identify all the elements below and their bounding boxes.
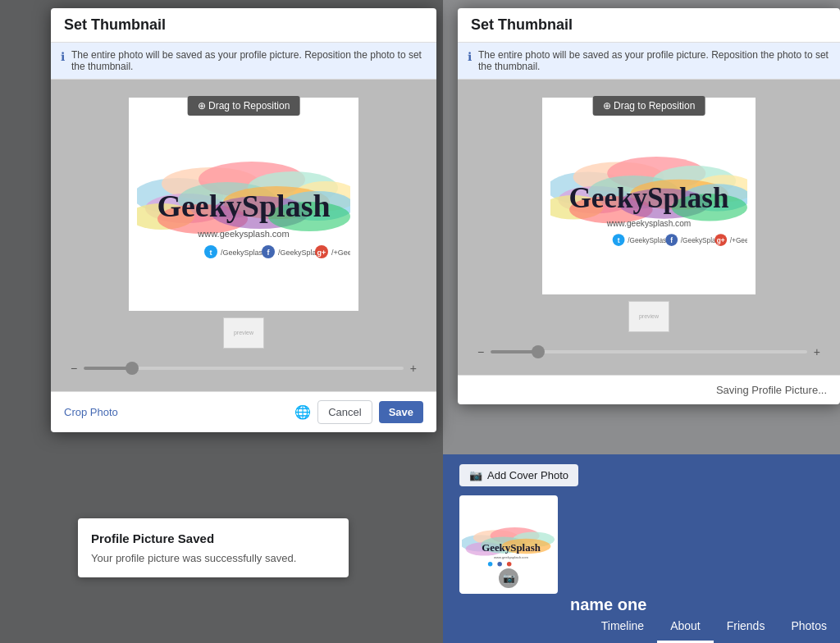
modal-title-right: Set Thumbnail <box>458 8 840 43</box>
info-bar-right: ℹ The entire photo will be saved as your… <box>458 43 840 80</box>
profile-section: 📷 Add Cover Photo GeekySplash www.geekys… <box>443 454 840 643</box>
info-bar-left: ℹ The entire photo will be saved as your… <box>51 43 436 80</box>
profile-pic-camera-icon[interactable]: 📷 <box>499 568 518 588</box>
success-title: Profile Picture Saved <box>91 531 336 545</box>
svg-text:t: t <box>618 236 620 244</box>
svg-text:GeekySplash: GeekySplash <box>569 182 729 214</box>
modal-body-left: ⊕ Drag to Reposition <box>51 80 436 391</box>
modal-body-right: ⊕ Drag to Reposition Geeky <box>458 80 840 375</box>
zoom-slider-left[interactable] <box>84 367 404 370</box>
svg-text:g+: g+ <box>717 236 725 244</box>
tab-photos[interactable]: Photos <box>778 611 840 643</box>
cancel-button[interactable]: Cancel <box>317 400 372 424</box>
slider-plus-right: + <box>814 345 820 358</box>
profile-picture-box: GeekySplash www.geekysplash.com 📷 <box>459 495 558 594</box>
svg-text:/+Geekysplash: /+Geekysplash <box>730 236 747 244</box>
image-container-left: GeekySplash www.geekysplash.com t /Geeky… <box>129 98 358 311</box>
add-cover-photo-button[interactable]: 📷 Add Cover Photo <box>459 464 578 486</box>
image-container-right: GeekySplash www.geekysplash.com t /Geeky… <box>542 98 756 294</box>
profile-tabs: Timeline About Friends Photos <box>588 611 840 643</box>
camera-icon: 📷 <box>469 469 482 481</box>
slider-plus-left: + <box>410 362 417 375</box>
info-text-right: The entire photo will be saved as your p… <box>478 49 830 72</box>
modal-footer-left: Crop Photo 🌐 Cancel Save <box>51 391 436 432</box>
tab-timeline[interactable]: Timeline <box>588 611 657 643</box>
drag-to-reposition-button-left[interactable]: ⊕ Drag to Reposition <box>188 96 300 116</box>
logo-url-svg: www.geekysplash.com <box>197 229 289 239</box>
svg-text:/GeekySplash: /GeekySplash <box>221 249 267 257</box>
svg-text:/+Geekysplash: /+Geekysplash <box>331 249 350 257</box>
info-icon-right: ℹ <box>468 50 472 63</box>
svg-point-60 <box>497 562 502 567</box>
success-notification: Profile Picture Saved Your profile pictu… <box>78 518 349 577</box>
info-icon-left: ℹ <box>61 50 65 63</box>
svg-text:GeekySplash: GeekySplash <box>482 541 541 554</box>
svg-text:preview: preview <box>234 330 254 336</box>
thumbnail-preview-right: preview <box>628 301 669 332</box>
svg-text:www.geekysplash.com: www.geekysplash.com <box>606 219 692 228</box>
info-text-left: The entire photo will be saved as your p… <box>71 49 427 72</box>
svg-text:g+: g+ <box>317 249 326 257</box>
drag-to-reposition-button-right[interactable]: ⊕ Drag to Reposition <box>593 96 705 116</box>
zoom-slider-right[interactable] <box>491 350 807 353</box>
slider-container-right: − + <box>468 339 830 365</box>
saving-status: Saving Profile Picture... <box>458 375 840 404</box>
svg-text:f: f <box>670 236 673 244</box>
logo-image-left: GeekySplash www.geekysplash.com t /Geeky… <box>137 130 350 278</box>
svg-text:t: t <box>210 249 212 257</box>
slider-container-left: − + <box>61 355 427 381</box>
success-message: Your profile picture was successfully sa… <box>91 552 336 564</box>
slider-minus-right: − <box>477 345 484 358</box>
tab-friends[interactable]: Friends <box>714 611 778 643</box>
save-button[interactable]: Save <box>379 401 423 423</box>
globe-icon: 🌐 <box>294 404 311 420</box>
tab-about[interactable]: About <box>657 611 714 643</box>
logo-image-right: GeekySplash www.geekysplash.com t /Geeky… <box>550 126 747 266</box>
svg-text:www.geekysplash.com: www.geekysplash.com <box>494 555 528 559</box>
crop-photo-link[interactable]: Crop Photo <box>64 406 118 418</box>
add-cover-label: Add Cover Photo <box>487 469 568 481</box>
thumbnail-preview-left: preview <box>223 317 264 349</box>
modal-set-thumbnail-left: Set Thumbnail ℹ The entire photo will be… <box>51 8 436 432</box>
svg-text:/GeekySplash: /GeekySplash <box>628 236 670 244</box>
modal-set-thumbnail-right: Set Thumbnail ℹ The entire photo will be… <box>458 8 840 404</box>
slider-minus-left: − <box>71 362 77 375</box>
svg-point-59 <box>488 562 493 567</box>
logo-text-svg: GeekySplash <box>157 189 330 223</box>
svg-text:preview: preview <box>639 313 660 320</box>
modal-title-left: Set Thumbnail <box>51 8 436 43</box>
footer-right: 🌐 Cancel Save <box>294 400 423 424</box>
svg-point-61 <box>507 562 512 567</box>
